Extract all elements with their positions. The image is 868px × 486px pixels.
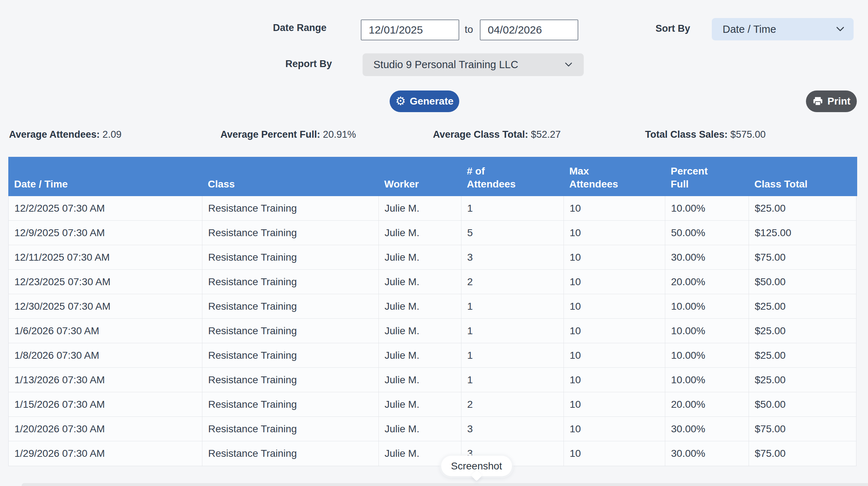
print-button-label: Print [828, 96, 851, 107]
table-cell: Julie M. [379, 270, 461, 294]
report-by-label: Report By [253, 58, 332, 70]
summary-stat: Total Class Sales: $575.00 [645, 129, 766, 140]
table-cell: 5 [461, 221, 564, 245]
table-cell: 10 [564, 392, 665, 416]
table-cell: 1 [461, 319, 564, 343]
table-cell: 2 [461, 270, 564, 294]
printer-icon [812, 96, 823, 107]
date-range-to-label: to [465, 24, 473, 35]
table-header-cell: MaxAttendees [564, 157, 665, 196]
table-header-cell: Class Total [749, 157, 857, 196]
table-cell: Resistance Training [202, 368, 379, 392]
table-cell: $50.00 [749, 392, 856, 416]
table-cell: 10.00% [665, 319, 749, 343]
date-from-input[interactable] [361, 19, 459, 40]
sort-by-label: Sort By [639, 23, 690, 34]
report-by-dropdown[interactable]: Studio 9 Personal Training LLC [363, 53, 584, 76]
report-page: Date Range to Sort By Date / Time Report… [0, 0, 868, 486]
table-cell: 20.00% [665, 270, 749, 294]
table-cell: 10.00% [665, 343, 749, 367]
table-cell: 12/30/2025 07:30 AM [9, 294, 202, 318]
table-cell: 1/6/2026 07:30 AM [9, 319, 202, 343]
table-cell: 20.00% [665, 392, 749, 416]
summary-stat: Average Class Total: $52.27 [433, 129, 561, 140]
table-header-row: Date / Time Class Worker # ofAttendees M… [8, 157, 857, 196]
table-header-cell: # ofAttendees [461, 157, 564, 196]
chevron-down-icon [565, 62, 572, 67]
table-cell: 3 [461, 245, 564, 269]
table-cell: $75.00 [749, 417, 856, 441]
table-cell: 10 [564, 294, 665, 318]
table-cell: $75.00 [749, 245, 856, 269]
table-cell: 1/13/2026 07:30 AM [9, 368, 202, 392]
table-cell: Julie M. [379, 392, 461, 416]
date-to-input[interactable] [480, 19, 578, 40]
table-row: 12/23/2025 07:30 AMResistance TrainingJu… [9, 270, 856, 294]
table-cell: $25.00 [749, 343, 856, 367]
table-cell: Julie M. [379, 294, 461, 318]
sort-by-dropdown[interactable]: Date / Time [712, 18, 854, 40]
table-cell: Resistance Training [202, 196, 379, 220]
table-cell: 10 [564, 417, 665, 441]
table-row: 1/15/2026 07:30 AMResistance TrainingJul… [9, 392, 856, 417]
table-cell: 1 [461, 196, 564, 220]
summary-stat-label: Average Class Total: [433, 129, 528, 140]
table-cell: Resistance Training [202, 392, 379, 416]
table-cell: 1 [461, 294, 564, 318]
table-header-cell: Worker [378, 157, 461, 196]
table-cell: $75.00 [749, 441, 856, 466]
table-cell: 10 [564, 196, 665, 220]
table-cell: Resistance Training [202, 245, 379, 269]
table-cell: 1/15/2026 07:30 AM [9, 392, 202, 416]
table-cell: 10 [564, 368, 665, 392]
screenshot-tooltip-label: Screenshot [451, 460, 502, 472]
table-cell: Resistance Training [202, 417, 379, 441]
table-row: 12/9/2025 07:30 AMResistance TrainingJul… [9, 221, 856, 245]
table-cell: Resistance Training [202, 319, 379, 343]
table-cell: 1/8/2026 07:30 AM [9, 343, 202, 367]
summary-stat-value: 20.91% [323, 129, 356, 140]
table-cell: Resistance Training [202, 270, 379, 294]
summary-stat-label: Average Percent Full: [220, 129, 320, 140]
table-cell: 12/2/2025 07:30 AM [9, 196, 202, 220]
table-cell: 10 [564, 221, 665, 245]
bottom-edge-strip [22, 483, 868, 486]
table-cell: 10 [564, 343, 665, 367]
generate-button[interactable]: ⚙ Generate [390, 90, 459, 112]
table-cell: Julie M. [379, 319, 461, 343]
table-cell: 10 [564, 270, 665, 294]
table-cell: 1 [461, 368, 564, 392]
table-cell: $25.00 [749, 368, 856, 392]
table-cell: 12/23/2025 07:30 AM [9, 270, 202, 294]
table-row: 1/13/2026 07:30 AMResistance TrainingJul… [9, 368, 856, 392]
summary-stat-label: Total Class Sales: [645, 129, 728, 140]
table-header-cell: PercentFull [665, 157, 749, 196]
table-row: 1/29/2026 07:30 AMResistance TrainingJul… [9, 441, 856, 466]
table-cell: $25.00 [749, 294, 856, 318]
table-cell: 30.00% [665, 441, 749, 466]
table-cell: 10.00% [665, 196, 749, 220]
table-cell: 10.00% [665, 368, 749, 392]
table-cell: $50.00 [749, 270, 856, 294]
report-by-value: Studio 9 Personal Training LLC [373, 59, 518, 71]
table-row: 1/6/2026 07:30 AMResistance TrainingJuli… [9, 319, 856, 343]
screenshot-tooltip: Screenshot [441, 456, 512, 476]
summary-stat: Average Percent Full: 20.91% [220, 129, 356, 140]
table-cell: Julie M. [379, 221, 461, 245]
table-cell: 3 [461, 417, 564, 441]
table-cell: 50.00% [665, 221, 749, 245]
table-row: 1/8/2026 07:30 AMResistance TrainingJuli… [9, 343, 856, 368]
table-cell: 1/20/2026 07:30 AM [9, 417, 202, 441]
print-button[interactable]: Print [806, 90, 857, 112]
table-cell: Resistance Training [202, 441, 379, 466]
table-cell: Resistance Training [202, 343, 379, 367]
table-cell: $25.00 [749, 196, 856, 220]
summary-bar: Average Attendees: 2.09 Average Percent … [0, 129, 868, 143]
summary-stat-value: $52.27 [531, 129, 561, 140]
table-row: 12/30/2025 07:30 AMResistance TrainingJu… [9, 294, 856, 319]
summary-stat: Average Attendees: 2.09 [9, 129, 122, 140]
table-cell: 30.00% [665, 417, 749, 441]
table-cell: Julie M. [379, 417, 461, 441]
table-cell: 12/11/2025 07:30 AM [9, 245, 202, 269]
generate-button-label: Generate [410, 96, 453, 107]
